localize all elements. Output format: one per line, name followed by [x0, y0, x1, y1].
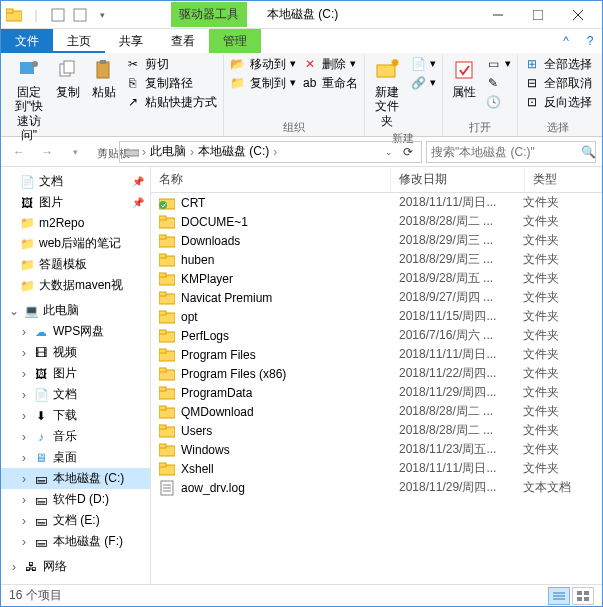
breadcrumb-this-pc[interactable]: 此电脑	[148, 143, 188, 160]
file-row[interactable]: Windows2018/11/23/周五...文件夹	[151, 440, 602, 459]
minimize-button[interactable]	[478, 2, 518, 28]
file-name: Users	[181, 424, 212, 438]
file-row[interactable]: CRT2018/11/11/周日...文件夹	[151, 193, 602, 212]
maximize-button[interactable]	[518, 2, 558, 28]
dropdown-icon[interactable]: ▾	[93, 6, 111, 24]
checkbox-icon[interactable]	[71, 6, 89, 24]
paste-button[interactable]: 粘贴	[87, 55, 121, 101]
nav-pictures2[interactable]: ›🖼图片	[1, 363, 150, 384]
select-none-button[interactable]: ⊟全部取消	[522, 74, 594, 92]
column-type[interactable]: 类型	[525, 167, 602, 192]
file-row[interactable]: huben2018/8/29/周三 ...文件夹	[151, 250, 602, 269]
copy-button[interactable]: 复制	[51, 55, 85, 101]
file-row[interactable]: Program Files2018/11/11/周日...文件夹	[151, 345, 602, 364]
chevron-right-icon[interactable]: ›	[142, 145, 146, 159]
column-name[interactable]: 名称	[151, 167, 391, 192]
nav-downloads[interactable]: ›⬇下载	[1, 405, 150, 426]
nav-network[interactable]: ›🖧网络	[1, 556, 150, 577]
file-row[interactable]: PerfLogs2016/7/16/周六 ...文件夹	[151, 326, 602, 345]
pin-to-quick-access-button[interactable]: 固定到"快 速访问"	[9, 55, 49, 145]
file-row[interactable]: Program Files (x86)2018/11/22/周四...文件夹	[151, 364, 602, 383]
nav-this-pc[interactable]: ⌄💻此电脑	[1, 300, 150, 321]
back-button[interactable]: ←	[7, 140, 31, 164]
tab-share[interactable]: 共享	[105, 29, 157, 53]
nav-templates[interactable]: 📁答题模板	[1, 254, 150, 275]
svg-rect-43	[159, 425, 166, 429]
breadcrumb[interactable]: › 此电脑 › 本地磁盘 (C:) › ⌄ ⟳	[119, 141, 422, 163]
search-box[interactable]: 🔍	[426, 141, 596, 163]
folder-icon	[159, 252, 175, 268]
file-row[interactable]: Xshell2018/11/11/周日...文件夹	[151, 459, 602, 478]
nav-documents[interactable]: 📄文档📌	[1, 171, 150, 192]
nav-music[interactable]: ›♪音乐	[1, 426, 150, 447]
new-item-button[interactable]: 📄▾	[408, 55, 438, 73]
recent-locations-button[interactable]: ▾	[63, 140, 87, 164]
file-name: KMPlayer	[181, 272, 233, 286]
nav-desktop[interactable]: ›🖥桌面	[1, 447, 150, 468]
rename-icon: ab	[302, 75, 318, 91]
folder-icon	[159, 195, 175, 211]
file-row[interactable]: Navicat Premium2018/9/27/周四 ...文件夹	[151, 288, 602, 307]
nav-drive-f[interactable]: ›🖴本地磁盘 (F:)	[1, 531, 150, 552]
tab-view[interactable]: 查看	[157, 29, 209, 53]
nav-videos[interactable]: ›🎞视频	[1, 342, 150, 363]
file-row[interactable]: KMPlayer2018/9/28/周五 ...文件夹	[151, 269, 602, 288]
easy-access-button[interactable]: 🔗▾	[408, 74, 438, 92]
breadcrumb-drive[interactable]: 本地磁盘 (C:)	[196, 143, 271, 160]
nav-pictures[interactable]: 🖼图片📌	[1, 192, 150, 213]
invert-selection-button[interactable]: ⊡反向选择	[522, 93, 594, 111]
dropdown-icon[interactable]: ⌄	[381, 147, 397, 157]
up-button[interactable]: ↑	[91, 140, 115, 164]
file-row[interactable]: QMDownload2018/8/28/周二 ...文件夹	[151, 402, 602, 421]
drive-icon: 🖴	[33, 513, 49, 529]
nav-drive-d[interactable]: ›🖴软件D (D:)	[1, 489, 150, 510]
open-button[interactable]: ▭▾	[483, 55, 513, 73]
copy-path-button[interactable]: ⎘复制路径	[123, 74, 219, 92]
svg-rect-56	[584, 591, 589, 595]
tab-file[interactable]: 文件	[1, 29, 53, 53]
nav-web-notes[interactable]: 📁web后端的笔记	[1, 233, 150, 254]
nav-wps[interactable]: ›☁WPS网盘	[1, 321, 150, 342]
checkbox-icon[interactable]	[49, 6, 67, 24]
nav-drive-c[interactable]: ›🖴本地磁盘 (C:)	[1, 468, 150, 489]
svg-rect-12	[97, 62, 109, 78]
cut-button[interactable]: ✂剪切	[123, 55, 219, 73]
help-button[interactable]: ?	[578, 29, 602, 53]
tab-manage[interactable]: 管理	[209, 29, 261, 53]
refresh-button[interactable]: ⟳	[399, 145, 417, 159]
navigation-pane[interactable]: 📄文档📌 🖼图片📌 📁m2Repo 📁web后端的笔记 📁答题模板 📁大数据ma…	[1, 167, 151, 584]
search-input[interactable]	[431, 145, 581, 159]
nav-drive-e[interactable]: ›🖴文档 (E:)	[1, 510, 150, 531]
file-row[interactable]: Downloads2018/8/29/周三 ...文件夹	[151, 231, 602, 250]
move-to-button[interactable]: 📂移动到 ▾	[228, 55, 298, 73]
file-row[interactable]: DOCUME~12018/8/28/周二 ...文件夹	[151, 212, 602, 231]
paste-shortcut-button[interactable]: ↗粘贴快捷方式	[123, 93, 219, 111]
forward-button[interactable]: →	[35, 140, 59, 164]
history-button[interactable]: 🕓	[483, 93, 513, 111]
nav-documents2[interactable]: ›📄文档	[1, 384, 150, 405]
chevron-right-icon[interactable]: ›	[273, 145, 277, 159]
expand-icon[interactable]: ⌄	[9, 304, 19, 318]
file-date: 2018/8/28/周二 ...	[399, 403, 523, 420]
nav-bigdata[interactable]: 📁大数据maven视	[1, 275, 150, 296]
properties-button[interactable]: 属性	[447, 55, 481, 101]
new-folder-button[interactable]: ✹新建 文件夹	[369, 55, 406, 130]
thumbnails-view-button[interactable]	[572, 587, 594, 605]
file-list[interactable]: 名称 修改日期 类型 CRT2018/11/11/周日...文件夹DOCUME~…	[151, 167, 602, 584]
collapse-ribbon-button[interactable]: ^	[554, 29, 578, 53]
close-button[interactable]	[558, 2, 598, 28]
chevron-right-icon[interactable]: ›	[190, 145, 194, 159]
rename-button[interactable]: ab重命名	[300, 74, 360, 92]
file-row[interactable]: ProgramData2018/11/29/周四...文件夹	[151, 383, 602, 402]
file-row[interactable]: opt2018/11/15/周四...文件夹	[151, 307, 602, 326]
nav-m2repo[interactable]: 📁m2Repo	[1, 213, 150, 233]
delete-button[interactable]: ✕删除 ▾	[300, 55, 360, 73]
tab-home[interactable]: 主页	[53, 29, 105, 53]
column-modified[interactable]: 修改日期	[391, 167, 525, 192]
file-row[interactable]: Users2018/8/28/周二 ...文件夹	[151, 421, 602, 440]
details-view-button[interactable]	[548, 587, 570, 605]
file-row[interactable]: aow_drv.log2018/11/29/周四...文本文档	[151, 478, 602, 497]
copy-to-button[interactable]: 📁复制到 ▾	[228, 74, 298, 92]
select-all-button[interactable]: ⊞全部选择	[522, 55, 594, 73]
edit-button[interactable]: ✎	[483, 74, 513, 92]
